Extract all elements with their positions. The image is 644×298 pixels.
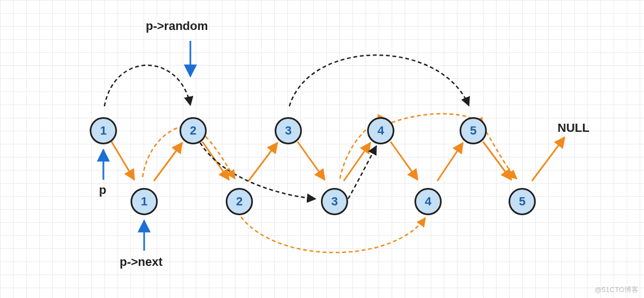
node-bottom-1: 1 [131,188,158,215]
node-value: 5 [519,194,525,209]
label-p: p [99,183,106,197]
next-edge [154,143,182,181]
node-value: 4 [425,194,431,209]
node-value: 5 [470,124,476,138]
node-top-4: 4 [367,117,394,144]
random-edge-top [289,55,469,106]
next-edge [344,143,370,181]
next-edge [391,142,418,180]
node-value: 1 [141,194,147,209]
node-value: 2 [190,124,196,138]
next-edge [112,142,134,180]
next-edge [532,137,565,181]
random-edge-bottom [483,126,517,179]
label-null: NULL [558,121,590,135]
random-edge-top [200,143,315,199]
node-top-5: 5 [460,117,487,144]
next-edge [249,143,277,181]
random-edge-top [104,65,190,106]
node-value: 1 [100,124,107,138]
random-edge-bottom [241,217,425,253]
node-top-3: 3 [275,117,302,144]
node-bottom-5: 5 [509,188,536,215]
next-edge [437,143,463,181]
node-value: 4 [377,124,384,138]
node-top-2: 2 [179,117,207,144]
node-bottom-3: 3 [321,188,348,215]
node-bottom-2: 2 [226,188,253,215]
node-bottom-4: 4 [414,188,442,215]
edges-layer [0,0,644,298]
next-edge [298,142,325,180]
watermark: @51CTO博客 [595,285,639,295]
node-top-1: 1 [90,117,117,144]
node-value: 2 [236,194,243,209]
label-p-next: p->next [120,255,163,269]
label-p-random: p->random [146,19,208,33]
next-edge [202,142,229,180]
node-value: 3 [331,194,338,209]
next-edge [483,142,511,180]
node-value: 3 [285,124,292,138]
